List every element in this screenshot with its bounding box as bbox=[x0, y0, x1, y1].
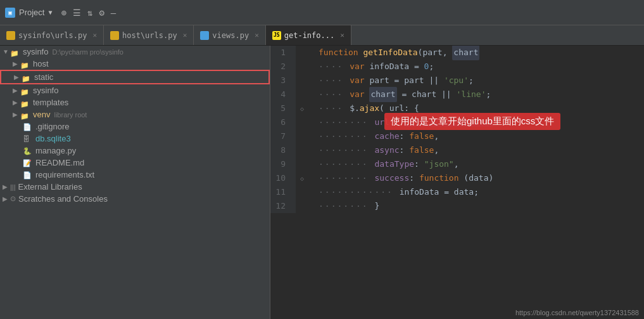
semi-9: , bbox=[454, 157, 459, 171]
code-editor[interactable]: 使用的是文章开始github里面的css文件 1 2 3 4 5 6 7 8 9… bbox=[270, 46, 644, 319]
tab-get-info[interactable]: JS get-info... ✕ bbox=[266, 25, 351, 45]
tree-item-scratches[interactable]: ▶ ⊙ Scratches and Consoles bbox=[0, 193, 270, 205]
project-dropdown-arrow[interactable]: ▼ bbox=[48, 9, 52, 16]
tree-item-db-sqlite3[interactable]: 🗄 db.sqlite3 bbox=[0, 133, 270, 145]
project-icon: ▣ bbox=[5, 8, 15, 18]
tab-host-urls[interactable]: host\urls.py ✕ bbox=[104, 25, 194, 45]
tree-item-requirements[interactable]: 📄 requirements.txt bbox=[0, 169, 270, 181]
code-line-7: ········ cache: false, bbox=[319, 129, 644, 143]
tab-close-get-info[interactable]: ✕ bbox=[340, 31, 344, 39]
tab-icon-host-urls bbox=[110, 31, 119, 40]
gutter-8 bbox=[296, 143, 308, 157]
tree-item-static[interactable]: ▶ static bbox=[0, 70, 270, 84]
tree-item-external-libs[interactable]: ▶ ||| External Libraries bbox=[0, 181, 270, 193]
tree-item-gitignore[interactable]: 📄 .gitignore bbox=[0, 120, 270, 133]
semi-7: , bbox=[434, 129, 439, 143]
tab-label-get-info: get-info... bbox=[284, 31, 334, 40]
tree-root-sysinfo[interactable]: ▼ sysinfo D:\pycharm pro\sysinfo bbox=[0, 46, 270, 58]
settings-icon[interactable]: ⚙ bbox=[99, 8, 104, 18]
tab-label-host-urls: host\urls.py bbox=[122, 31, 177, 40]
sync-icon[interactable]: ⇅ bbox=[87, 8, 92, 18]
tab-close-host-urls[interactable]: ✕ bbox=[183, 31, 187, 39]
tab-views[interactable]: views.py ✕ bbox=[194, 25, 265, 45]
tab-close-views[interactable]: ✕ bbox=[255, 31, 259, 39]
gutter-6 bbox=[296, 115, 308, 129]
code-line-4: ···· var chart = chart || 'line'; bbox=[319, 88, 644, 101]
brace-close-12: } bbox=[374, 199, 379, 213]
prop-cache: cache bbox=[374, 129, 399, 143]
hl-chart-var: chart bbox=[369, 87, 396, 102]
ln-3: 3 bbox=[275, 74, 291, 88]
manage-label: manage.py bbox=[35, 146, 76, 155]
fn-ajax: ajax bbox=[360, 101, 379, 115]
external-libs-label: External Libraries bbox=[18, 182, 82, 192]
root-chevron: ▼ bbox=[3, 48, 10, 55]
code-line-11: ············ infoData = data; bbox=[319, 185, 644, 199]
dots-2: ···· bbox=[319, 60, 350, 74]
tree-item-readme[interactable]: 📝 README.md bbox=[0, 157, 270, 169]
tree-item-sysinfo-dir[interactable]: ▶ sysinfo bbox=[0, 84, 270, 96]
static-label: static bbox=[34, 72, 53, 82]
dots-6: ········ bbox=[319, 115, 374, 129]
tab-icon-get-info: JS bbox=[272, 31, 281, 40]
list-icon[interactable]: ☰ bbox=[73, 8, 81, 18]
venv-chevron: ▶ bbox=[13, 111, 20, 118]
line-numbers: 1 2 3 4 5 6 7 8 9 10 11 12 bbox=[270, 46, 296, 213]
code-line-12: ········ } bbox=[319, 199, 644, 213]
prop-async: async bbox=[374, 143, 399, 157]
op-eq-2: = bbox=[414, 60, 424, 74]
ln-5: 5 bbox=[275, 101, 291, 115]
gutter-9 bbox=[296, 157, 308, 171]
gutter-12 bbox=[296, 199, 308, 213]
kw-false-7: false bbox=[409, 129, 434, 143]
dots-10: ········ bbox=[319, 171, 374, 185]
tree-item-templates[interactable]: ▶ templates bbox=[0, 96, 270, 108]
op-close-10: ) bbox=[489, 171, 494, 185]
code-line-5: ···· $.ajax( url: { bbox=[319, 101, 644, 115]
tree-item-manage-py[interactable]: 🐍 manage.py bbox=[0, 145, 270, 157]
gitignore-file-icon: 📄 bbox=[23, 123, 33, 131]
gutter-10: ◇ bbox=[296, 171, 308, 185]
project-sidebar: ▼ sysinfo D:\pycharm pro\sysinfo ▶ host … bbox=[0, 46, 270, 319]
str-cpu: 'cpu' bbox=[444, 74, 469, 88]
readme-label: README.md bbox=[35, 158, 84, 167]
tree-item-venv[interactable]: ▶ venv library root bbox=[0, 108, 270, 120]
op-5: ( url: { bbox=[379, 101, 419, 115]
param-part: part bbox=[422, 46, 442, 60]
tab-sysinfo-urls[interactable]: sysinfo\urls.py ✕ bbox=[0, 25, 104, 45]
root-path: D:\pycharm pro\sysinfo bbox=[52, 48, 123, 56]
code-line-10: ········ success: function (data) bbox=[319, 171, 644, 185]
templates-label: templates bbox=[33, 98, 68, 107]
db-file-icon: 🗄 bbox=[23, 135, 33, 143]
minimize-icon[interactable]: — bbox=[111, 8, 116, 18]
tabs-bar: sysinfo\urls.py ✕ host\urls.py ✕ views.p… bbox=[0, 25, 644, 46]
op-eq-3: = part || bbox=[395, 74, 444, 88]
ln-11: 11 bbox=[275, 185, 291, 199]
op-7: : bbox=[400, 129, 410, 143]
tab-close-sysinfo-urls[interactable]: ✕ bbox=[92, 31, 97, 39]
op-1: ( bbox=[418, 46, 423, 60]
ln-2: 2 bbox=[275, 60, 291, 74]
host-folder-icon bbox=[20, 60, 30, 68]
tree-item-host[interactable]: ▶ host bbox=[0, 58, 270, 70]
op-eq-11: = data; bbox=[444, 185, 479, 199]
scratches-chevron: ▶ bbox=[3, 195, 10, 202]
code-line-3: ···· var part = part || 'cpu'; bbox=[319, 74, 644, 88]
prop-success: success bbox=[374, 171, 409, 185]
code-line-2: ···· var infoData = 0; bbox=[319, 60, 644, 74]
str-url: " bbox=[400, 115, 405, 129]
dots-5: ···· bbox=[319, 101, 350, 115]
var-part-2: part bbox=[369, 74, 394, 88]
kw-false-8: false bbox=[409, 143, 434, 157]
kw-var-4: var bbox=[350, 88, 369, 101]
code-lines: function getInfoData(part, chart ···· va… bbox=[308, 46, 644, 213]
op-10: : bbox=[409, 171, 419, 185]
ln-12: 12 bbox=[275, 199, 291, 213]
param-data: data bbox=[469, 171, 488, 185]
op-paren-10: ( bbox=[464, 171, 469, 185]
semi-4: ; bbox=[486, 88, 491, 101]
var-infoData: infoData bbox=[369, 60, 414, 74]
gitignore-label: .gitignore bbox=[35, 122, 69, 131]
add-icon[interactable]: ⊕ bbox=[61, 8, 66, 18]
tab-label-sysinfo-urls: sysinfo\urls.py bbox=[18, 31, 87, 40]
